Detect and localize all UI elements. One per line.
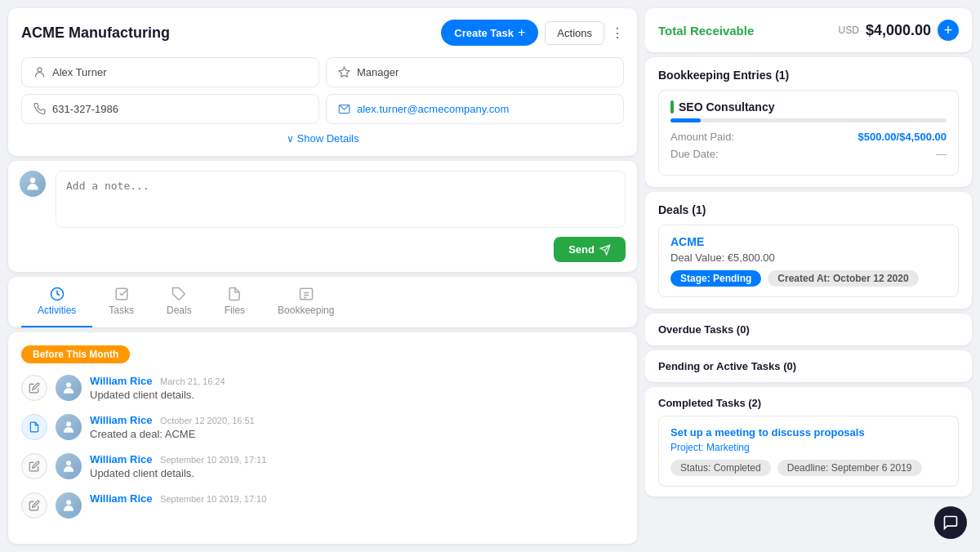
edit-icon-wrap bbox=[21, 492, 47, 519]
activity-item: William Rice September 10 2019, 17:10 bbox=[21, 492, 624, 519]
more-options-icon[interactable]: ⋮ bbox=[611, 25, 624, 41]
add-receivable-button[interactable]: + bbox=[938, 20, 959, 41]
files-icon bbox=[227, 287, 242, 301]
activity-content: William Rice March 21, 16:24 Updated cli… bbox=[90, 375, 225, 401]
task-link[interactable]: Set up a meeting to discuss proposals bbox=[670, 426, 947, 438]
activity-avatar bbox=[56, 375, 82, 401]
activity-content: William Rice October 12 2020, 16:51 Crea… bbox=[90, 414, 255, 440]
task-tags: Status: Completed Deadline: September 6 … bbox=[670, 460, 947, 476]
tab-tasks[interactable]: Tasks bbox=[92, 277, 150, 327]
phone-field: 631-327-1986 bbox=[21, 94, 319, 124]
receivable-card: Total Receivable USD $4,000.00 + bbox=[645, 8, 972, 52]
header-card: ACME Manufacturing Create Task + Actions… bbox=[8, 8, 637, 156]
avatar bbox=[20, 171, 46, 197]
bookkeeping-icon bbox=[299, 287, 314, 301]
svg-point-13 bbox=[66, 382, 71, 387]
right-panel: Total Receivable USD $4,000.00 + Bookkee… bbox=[645, 0, 980, 552]
created-tag: Created At: October 12 2020 bbox=[768, 270, 918, 287]
pending-tasks-section: Pending or Active Tasks (0) bbox=[645, 350, 972, 382]
tab-activities[interactable]: Activities bbox=[21, 277, 92, 327]
activities-icon bbox=[50, 287, 65, 301]
header-actions: Create Task + Actions ⋮ bbox=[441, 20, 624, 46]
completed-tasks-section: Completed Tasks (2) Set up a meeting to … bbox=[645, 387, 972, 496]
tasks-icon bbox=[114, 287, 129, 301]
tabs-row: Activities Tasks Deals Files Bookkeeping bbox=[21, 277, 624, 327]
bookkeeping-section: Bookkeeping Entries (1) SEO Consultancy … bbox=[645, 57, 972, 187]
person-icon bbox=[33, 66, 46, 78]
document-icon-wrap bbox=[21, 414, 47, 440]
document-icon bbox=[29, 421, 40, 433]
svg-rect-7 bbox=[116, 288, 127, 300]
send-icon bbox=[599, 244, 611, 256]
deal-tags: Stage: Pending Created At: October 12 20… bbox=[670, 270, 947, 287]
note-input-wrap: Send bbox=[56, 171, 626, 262]
note-input[interactable] bbox=[56, 171, 626, 228]
month-badge: Before This Month bbox=[21, 345, 130, 363]
stage-tag: Stage: Pending bbox=[670, 270, 761, 287]
svg-point-15 bbox=[66, 461, 71, 465]
manager-field: Manager bbox=[326, 57, 624, 87]
deals-title: Deals (1) bbox=[658, 203, 959, 216]
info-grid: Alex Turner Manager 631-327-1986 alex.tu… bbox=[21, 57, 624, 124]
tab-files[interactable]: Files bbox=[208, 277, 261, 327]
activity-avatar bbox=[56, 414, 82, 440]
progress-bar bbox=[670, 118, 947, 122]
activity-item: William Rice March 21, 16:24 Updated cli… bbox=[21, 375, 624, 401]
send-button[interactable]: Send bbox=[554, 237, 626, 262]
activity-item: William Rice September 10 2019, 17:11 Up… bbox=[21, 453, 624, 479]
svg-point-16 bbox=[66, 500, 71, 505]
deals-icon bbox=[172, 287, 186, 301]
person-field: Alex Turner bbox=[21, 57, 319, 87]
entry-name: SEO Consultancy bbox=[670, 100, 947, 114]
chat-icon bbox=[942, 514, 959, 531]
activity-content: William Rice September 10 2019, 17:10 bbox=[90, 492, 266, 505]
plus-icon: + bbox=[518, 25, 525, 40]
entry-amount-row: Amount Paid: $500.00/$4,500.00 bbox=[670, 131, 947, 143]
company-title: ACME Manufacturing bbox=[21, 24, 170, 42]
svg-point-14 bbox=[66, 421, 71, 426]
overdue-tasks-section: Overdue Tasks (0) bbox=[645, 314, 972, 345]
actions-button[interactable]: Actions bbox=[545, 21, 604, 45]
show-details-toggle[interactable]: ∨ Show Details bbox=[21, 132, 624, 145]
chat-button[interactable] bbox=[934, 506, 967, 539]
chevron-down-icon: ∨ bbox=[287, 133, 294, 145]
entry-due-row: Due Date: — bbox=[670, 148, 947, 160]
progress-bar-fill bbox=[670, 118, 701, 122]
edit-icon bbox=[29, 382, 40, 394]
svg-marker-1 bbox=[339, 67, 350, 77]
create-task-button[interactable]: Create Task + bbox=[441, 20, 538, 46]
completed-tasks-title: Completed Tasks (2) bbox=[658, 397, 959, 409]
overdue-tasks-title: Overdue Tasks (0) bbox=[658, 323, 959, 336]
deal-entry: ACME Deal Value: €5,800.00 Stage: Pendin… bbox=[658, 225, 959, 297]
edit-icon-wrap bbox=[21, 453, 47, 479]
activity-feed: Before This Month William Rice March 21,… bbox=[8, 332, 637, 544]
pending-tasks-title: Pending or Active Tasks (0) bbox=[658, 360, 959, 372]
deal-value: Deal Value: €5,800.00 bbox=[670, 252, 947, 264]
completed-task-card: Set up a meeting to discuss proposals Pr… bbox=[658, 416, 959, 487]
tab-bookkeeping[interactable]: Bookkeeping bbox=[261, 277, 350, 327]
phone-icon bbox=[33, 103, 46, 115]
deadline-tag: Deadline: September 6 2019 bbox=[777, 460, 922, 476]
email-icon bbox=[338, 103, 350, 115]
email-field: alex.turner@acmecompany.com bbox=[326, 94, 624, 124]
project-link[interactable]: Marketing bbox=[706, 442, 750, 453]
task-project: Project: Marketing bbox=[670, 442, 947, 453]
activity-avatar bbox=[56, 453, 82, 479]
svg-point-0 bbox=[38, 68, 42, 72]
edit-icon bbox=[29, 500, 40, 511]
deal-name[interactable]: ACME bbox=[670, 235, 947, 248]
svg-point-3 bbox=[30, 178, 36, 184]
activity-item: William Rice October 12 2020, 16:51 Crea… bbox=[21, 414, 624, 440]
status-tag: Status: Completed bbox=[670, 460, 771, 476]
tab-deals[interactable]: Deals bbox=[150, 277, 208, 327]
activity-content: William Rice September 10 2019, 17:11 Up… bbox=[90, 453, 266, 479]
note-area: Send bbox=[8, 161, 637, 272]
edit-icon bbox=[29, 461, 40, 472]
edit-icon-wrap bbox=[21, 375, 47, 401]
activity-avatar bbox=[56, 492, 82, 519]
deals-section: Deals (1) ACME Deal Value: €5,800.00 Sta… bbox=[645, 192, 972, 309]
bookkeeping-title: Bookkeeping Entries (1) bbox=[658, 69, 959, 82]
bookkeeping-entry: SEO Consultancy Amount Paid: $500.00/$4,… bbox=[658, 90, 959, 176]
star-icon bbox=[338, 66, 350, 78]
tabs-card: Activities Tasks Deals Files Bookkeeping bbox=[8, 277, 637, 327]
